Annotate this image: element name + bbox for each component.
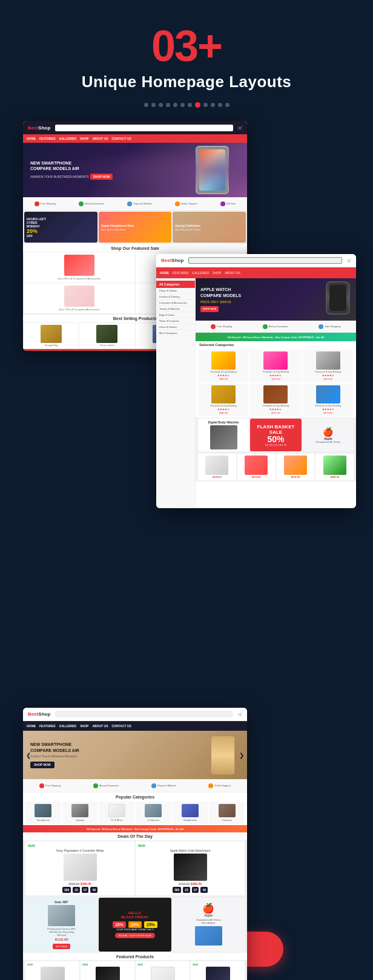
- sc2-prod-2: $219.00: [237, 454, 276, 480]
- sc2-cat-price-5: ★★★★☆: [269, 408, 282, 411]
- sc3-nav-galleries[interactable]: GALLERIES: [59, 724, 77, 728]
- sc3-cat-laptops[interactable]: Laptops: [62, 802, 98, 824]
- sc3-bf-reveal-btn[interactable]: REVEAL YOUR OFFER NOW!: [115, 933, 156, 938]
- sc3-feature-2: Money Guarantee: [93, 783, 119, 788]
- sc2-nav-home[interactable]: HOME: [160, 271, 169, 275]
- sc2-sidebar-jewelry[interactable]: Jewelry & Watches: [156, 306, 195, 312]
- sc1-feature-1: Free Shipping: [35, 201, 56, 206]
- sc1-search[interactable]: [55, 125, 233, 131]
- sc3-cat-smartphone[interactable]: Smartphone: [25, 802, 61, 824]
- dot-4[interactable]: [166, 103, 170, 107]
- sc3-cat-row: Smartphone Laptops TV & More Computers H…: [23, 800, 247, 825]
- sc3-feat-icon-2: [93, 783, 98, 788]
- sc1-shop-now[interactable]: SHOP NOW: [90, 174, 113, 180]
- sc2-feature-text-2: Money Guarantee: [269, 325, 288, 328]
- sc1-nav-galleries[interactable]: GALLERIES: [59, 137, 77, 140]
- sc3-nav-features[interactable]: FEATURES: [39, 724, 56, 728]
- sc1-product-img-1: [64, 255, 94, 276]
- sc2-nav-shop[interactable]: SHOP: [213, 271, 221, 275]
- sc3-cat-icon-tv: [108, 804, 125, 817]
- sc1-nav-contact[interactable]: CONTACT US: [112, 137, 131, 140]
- sc3-apple-logo-icon: 🍎: [202, 904, 214, 913]
- sc2-all-categories[interactable]: All Categories: [156, 281, 195, 288]
- sc2-nav-features[interactable]: FEATURES: [173, 271, 188, 275]
- sc3-hero-next[interactable]: ❯: [239, 752, 244, 759]
- sc1-feature-5: Gift Sale: [220, 201, 236, 206]
- dot-6[interactable]: [180, 103, 185, 107]
- sc2-header: BeetShop 🛒: [156, 254, 356, 267]
- sc2-sidebar-bags[interactable]: Bags & Cases: [156, 312, 195, 318]
- dot-3[interactable]: [159, 103, 163, 107]
- sc2-cat-img-1: [211, 351, 236, 370]
- sc2-sidebar-phones[interactable]: Phone & Tablets: [156, 288, 195, 294]
- sc3-cat-computers[interactable]: Computers: [136, 802, 171, 824]
- sc3-cat-cameras[interactable]: Cameras: [209, 802, 245, 824]
- sc3-bf-discount-2: 20%: [128, 921, 142, 928]
- sc2-cat-label-2: Feminine & City Briefing: [263, 370, 289, 373]
- sc3-nav-shop[interactable]: SHOP: [80, 724, 88, 728]
- sc2-cat-6: Feminine & City Briefing ★★★★☆ $179.00: [303, 384, 354, 416]
- sc1-nav-about[interactable]: ABOUT US: [92, 137, 108, 140]
- sc3-gear360-btn[interactable]: BUY NOW: [53, 944, 70, 949]
- dot-12[interactable]: [225, 103, 229, 107]
- sc1-nav: HOME FEATURES GALLERIES SHOP ABOUT US CO…: [23, 134, 247, 143]
- dot-5[interactable]: [173, 103, 177, 107]
- sc2-sidebar-more[interactable]: More Categories: [156, 330, 195, 336]
- hero-number: 03+: [151, 24, 222, 68]
- sc2-sidebar-shoes[interactable]: Shoes & Footwear: [156, 318, 195, 324]
- sc3-timer-hours-2: 23: [183, 887, 190, 893]
- sc2-sale-item-camera: Digital Body Watches: [198, 419, 249, 451]
- sc2-sidebar: All Categories Phone & Tablets Fashion &…: [156, 278, 196, 508]
- dot-2[interactable]: [151, 103, 156, 107]
- sc2-shop-now[interactable]: SHOP NOW: [200, 306, 219, 312]
- sc1-nav-features[interactable]: FEATURES: [39, 137, 56, 140]
- sc2-nav-galleries[interactable]: GALLERIES: [192, 271, 209, 275]
- sc3-feat-iphone: NEW iPhone 12 Pro Max $999.00: [81, 961, 134, 980]
- sc2-sidebar-home[interactable]: Home & Garden: [156, 324, 195, 330]
- sc2-cat-price-val-3: $379.00: [324, 377, 332, 381]
- sc3-timer-secs-1: 49: [90, 887, 97, 893]
- dot-8-active[interactable]: [195, 102, 200, 108]
- sc2-layout: All Categories Phone & Tablets Fashion &…: [156, 278, 356, 508]
- sc3-feat-headphones: NEW Wireless Headphones $99.00: [25, 961, 79, 980]
- sc2-cat-4: Feminine & City Briefing ★★★★☆ $340.00: [198, 384, 249, 416]
- sc2-cat-1: Feminine & City Briefing ★★★★☆ $346.00: [198, 350, 249, 382]
- sc2-nav-about[interactable]: ABOUT US: [225, 271, 240, 275]
- sc3-bf-text: HELLO,BLACK FRIDAY.: [121, 911, 148, 920]
- dot-11[interactable]: [218, 103, 222, 107]
- sc1-nav-shop[interactable]: SHOP: [80, 137, 88, 140]
- sc3-cart[interactable]: 🛒: [238, 712, 242, 716]
- sc3-nav-about[interactable]: ABOUT US: [92, 724, 108, 728]
- sc2-prod-price-1: $178.00: [213, 475, 221, 479]
- sc1-best-1: Vintage Bag: [24, 323, 79, 348]
- sc2-sidebar-computers[interactable]: Computers & Accessories: [156, 300, 195, 306]
- sc3-cat-headphones[interactable]: Headphones: [173, 802, 208, 824]
- sc2-sidebar-fashion[interactable]: Fashion & Clothing: [156, 294, 195, 300]
- sc2-cat-price-1: ★★★★☆: [217, 374, 229, 377]
- sc1-nav-home[interactable]: HOME: [27, 137, 36, 140]
- sc3-gear360-title: Gear 360°: [54, 900, 68, 904]
- dot-10[interactable]: [211, 103, 215, 107]
- sc2-search[interactable]: [188, 257, 342, 264]
- sc1-product-label-1: Up to 50% off Computers & Accessories: [58, 277, 101, 280]
- sc1-cart[interactable]: 🛒: [238, 126, 242, 130]
- sc2-cart[interactable]: 🛒: [347, 258, 351, 263]
- sc3-nav-home[interactable]: HOME: [27, 724, 36, 728]
- sc3-deal-new-badge: NEW: [28, 844, 35, 848]
- dot-7[interactable]: [188, 103, 192, 107]
- sc3-cat-tv[interactable]: TV & More: [99, 802, 134, 824]
- sc3-feature-1: Free Shipping: [39, 783, 61, 788]
- sc2-cat-2: Feminine & City Briefing ★★★★☆ $279.00: [250, 350, 301, 382]
- sc2-sale-item-title-1: Digital Body Watches: [208, 420, 239, 424]
- sc3-search[interactable]: [55, 711, 233, 717]
- sc3-nav-contact[interactable]: CONTACT US: [112, 724, 131, 728]
- dot-1[interactable]: [144, 103, 148, 107]
- sc2-promo-banner: Gift Special - All Items New to Wardrobe…: [196, 333, 356, 341]
- dot-9[interactable]: [203, 103, 208, 107]
- sc3-shop-now[interactable]: SHOP NOW: [30, 762, 54, 768]
- sc3-deal-img-2: [174, 854, 207, 881]
- sc2-products-row: $178.00 $219.00 $219.00 $298.00: [196, 452, 356, 482]
- sc3-featured-title: Featured Products: [23, 953, 247, 960]
- sc3-timer-mins-2: 07: [192, 887, 199, 893]
- sc3-timer-secs-2: 49: [200, 887, 208, 893]
